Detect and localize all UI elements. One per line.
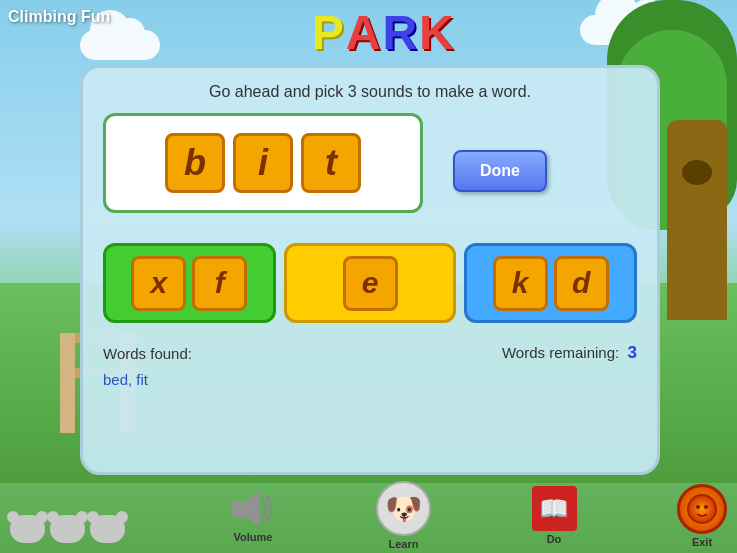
learn-label: Learn (389, 538, 419, 550)
bottom-toolbar: Volume 🐶 Learn 📖 Do (0, 478, 737, 553)
svg-point-2 (688, 495, 716, 523)
top-row: b i t Done (103, 113, 637, 228)
fence-post-3 (60, 333, 75, 433)
park-letter-a: A (346, 5, 381, 60)
done-button[interactable]: Done (453, 150, 547, 192)
park-letter-k: K (419, 5, 454, 60)
sound-tile-e[interactable]: e (343, 256, 398, 311)
words-remaining-count: 3 (628, 343, 637, 362)
sound-group-green[interactable]: x f (103, 243, 276, 323)
stats-row: Words found: Words remaining: 3 (103, 343, 637, 363)
svg-point-3 (696, 505, 700, 509)
game-title: Climbing Fun (8, 8, 110, 26)
book-icon: 📖 (532, 486, 577, 531)
sound-tile-d[interactable]: d (554, 256, 609, 311)
sound-group-yellow[interactable]: e (284, 243, 457, 323)
instruction-text: Go ahead and pick 3 sounds to make a wor… (103, 83, 637, 101)
park-logo: P A R K (312, 5, 454, 60)
learn-button[interactable]: 🐶 Learn (376, 481, 431, 550)
word-display: b i t (103, 113, 423, 213)
tree-hole (682, 160, 712, 185)
main-panel: Go ahead and pick 3 sounds to make a wor… (80, 65, 660, 475)
tree-trunk (667, 120, 727, 320)
words-found-list: bed, fit (103, 371, 637, 388)
svg-marker-1 (231, 491, 259, 527)
exit-icon (677, 484, 727, 534)
do-label: Do (547, 533, 562, 545)
park-letter-p: P (312, 5, 344, 60)
do-button[interactable]: 📖 Do (532, 486, 577, 545)
words-remaining-label: Words remaining: (502, 344, 619, 361)
sound-tile-x[interactable]: x (131, 256, 186, 311)
word-letter-0[interactable]: b (165, 133, 225, 193)
sound-group-blue[interactable]: k d (464, 243, 637, 323)
exit-label: Exit (692, 536, 712, 548)
park-letter-r: R (382, 5, 417, 60)
word-letter-1[interactable]: i (233, 133, 293, 193)
sound-tile-k[interactable]: k (493, 256, 548, 311)
word-letter-2[interactable]: t (301, 133, 361, 193)
sounds-area: x f e k d (103, 243, 637, 323)
words-remaining-area: Words remaining: 3 (502, 343, 637, 363)
volume-label: Volume (234, 531, 273, 543)
cloud-left (80, 30, 160, 60)
exit-button[interactable]: Exit (677, 484, 727, 548)
volume-icon (231, 489, 276, 529)
words-found-label: Words found: (103, 345, 192, 362)
volume-button[interactable]: Volume (231, 489, 276, 543)
svg-point-4 (704, 505, 708, 509)
dog-icon: 🐶 (376, 481, 431, 536)
sound-tile-f[interactable]: f (192, 256, 247, 311)
